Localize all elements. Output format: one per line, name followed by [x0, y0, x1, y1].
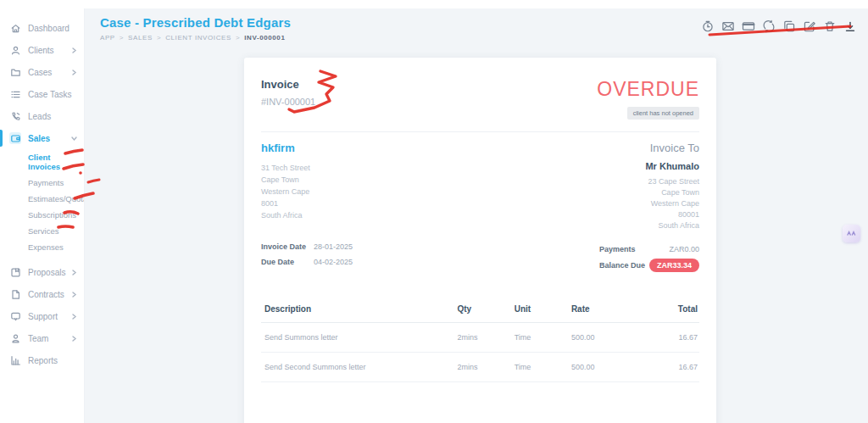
table-row[interactable]: Send Second Summons letter 2mins Time 50… [261, 353, 699, 382]
sidebar-subitem-client-invoices[interactable]: Client Invoices [0, 149, 75, 175]
breadcrumb-separator: > [157, 34, 161, 42]
firm-block: hkfirm 31 Tech Street Cape Town Western … [261, 142, 310, 231]
cell-rate: 500.00 [568, 353, 629, 382]
breadcrumb-current: INV-000001 [244, 34, 285, 42]
sidebar-item-reports[interactable]: Reports [0, 349, 84, 371]
breadcrumb-client-invoices[interactable]: CLIENT INVOICES [165, 34, 231, 42]
top-strip [0, 0, 868, 8]
sidebar-subitem-subscriptions[interactable]: Subscriptions [0, 207, 84, 223]
invoice-number: #INV-000001 [261, 97, 315, 107]
download-button[interactable] [843, 19, 858, 34]
sidebar-subitem-services[interactable]: Services [0, 223, 84, 239]
trash-icon [823, 19, 837, 33]
person-icon [9, 332, 21, 344]
invoice-meta: Invoice Date 28-01-2025 Due Date 04-02-2… [261, 242, 699, 272]
sidebar-item-label: Support [28, 312, 58, 321]
copy-button[interactable] [782, 19, 797, 34]
cell-total: 16.67 [629, 353, 699, 382]
sidebar-item-leads[interactable]: Leads [0, 105, 84, 127]
client-name: Mr Khumalo [645, 161, 699, 171]
breadcrumb-separator: > [120, 34, 124, 42]
sidebar: Dashboard Clients Cases Case Tasks Leads… [0, 8, 85, 423]
delete-button[interactable] [822, 19, 837, 34]
sidebar-item-label: Cases [28, 68, 52, 77]
sidebar-item-proposals[interactable]: Proposals [0, 261, 84, 283]
breadcrumb-sales[interactable]: SALES [128, 34, 153, 42]
cell-unit: Time [511, 323, 568, 353]
client-address-line: 80001 [645, 209, 699, 220]
sidebar-item-team[interactable]: Team [0, 327, 84, 349]
firm-address-line: Cape Town [261, 174, 310, 186]
firm-name[interactable]: hkfirm [261, 142, 310, 154]
download-icon [843, 19, 857, 33]
invoice-title: Invoice [261, 78, 315, 91]
col-qty: Qty [453, 298, 510, 323]
chat-bubble-icon [9, 310, 21, 322]
payments-label: Payments [599, 245, 636, 253]
table-row[interactable]: Send Summons letter 2mins Time 500.00 16… [261, 323, 699, 353]
firm-address-line: 8001 [261, 198, 310, 209]
sidebar-item-clients[interactable]: Clients [0, 39, 84, 61]
table-header-row: Description Qty Unit Rate Total [261, 298, 699, 323]
home-icon [9, 22, 21, 34]
copy-icon [782, 19, 796, 33]
line-items-table: Description Qty Unit Rate Total Send Sum… [261, 298, 699, 382]
client-address-line: 23 Cape Street [645, 176, 699, 187]
balance-due-badge: ZAR33.34 [649, 259, 699, 272]
timer-button[interactable] [700, 19, 715, 34]
cell-description: Send Second Summons letter [261, 353, 453, 382]
sidebar-item-sales[interactable]: Sales [0, 127, 84, 149]
cell-rate: 500.00 [568, 323, 629, 353]
user-icon [9, 44, 21, 56]
chevron-right-icon [71, 47, 77, 53]
edit-button[interactable] [802, 19, 817, 34]
sidebar-subitem-estimates-quotations[interactable]: Estimates/Quotatio [0, 191, 84, 207]
main-content: Case - Prescribed Debt Edgars APP > SALE… [85, 8, 868, 423]
client-address-line: Cape Town [645, 187, 699, 198]
floating-assistant-widget[interactable] [843, 225, 860, 242]
edit-icon [803, 19, 816, 33]
payment-card-icon [742, 19, 755, 33]
cell-description: Send Summons letter [261, 323, 453, 353]
sidebar-item-label: Contracts [28, 290, 64, 299]
sidebar-item-label: Reports [28, 356, 58, 365]
payments-block: Payments ZAR0.00 Balance Due ZAR33.34 [599, 242, 699, 272]
invoice-date-label: Invoice Date [261, 242, 314, 251]
sidebar-item-contracts[interactable]: Contracts [0, 283, 84, 305]
sidebar-subitem-payments[interactable]: Payments [0, 175, 84, 191]
sidebar-item-label: Clients [28, 46, 54, 55]
wallet-icon [9, 132, 21, 144]
breadcrumb-app[interactable]: APP [100, 34, 115, 42]
sidebar-item-dashboard[interactable]: Dashboard [0, 17, 84, 39]
sidebar-item-label: Proposals [28, 268, 65, 277]
cell-unit: Time [511, 353, 568, 382]
bar-chart-icon [9, 354, 21, 366]
refresh-icon [762, 19, 776, 33]
client-address: 23 Cape Street Cape Town Western Cape 80… [645, 176, 699, 231]
sidebar-item-case-tasks[interactable]: Case Tasks [0, 83, 84, 105]
balance-due-label: Balance Due [599, 261, 645, 270]
client-address-line: South Africa [645, 220, 699, 231]
payment-button[interactable] [741, 19, 756, 34]
invoice-parties: hkfirm 31 Tech Street Cape Town Western … [261, 142, 699, 231]
due-date-value: 04-02-2025 [314, 258, 353, 266]
proposal-icon [9, 266, 21, 278]
invoice-to-label: Invoice To [645, 142, 699, 154]
sidebar-item-label: Sales [28, 134, 50, 143]
sidebar-item-cases[interactable]: Cases [0, 61, 84, 83]
firm-address-line: Western Cape [261, 186, 310, 198]
chevron-right-icon [71, 270, 77, 276]
sidebar-item-label: Case Tasks [28, 90, 72, 99]
invoice-date-value: 28-01-2025 [314, 242, 353, 251]
folder-icon [9, 66, 21, 78]
client-address-line: Western Cape [645, 198, 699, 209]
recurring-button[interactable] [761, 19, 776, 34]
col-description: Description [261, 298, 453, 323]
cell-qty: 2mins [453, 353, 510, 382]
sidebar-subitem-expenses[interactable]: Expenses [0, 239, 84, 255]
firm-address-line: South Africa [261, 209, 310, 221]
send-email-button[interactable] [721, 19, 736, 34]
sidebar-item-label: Team [28, 334, 48, 343]
col-total: Total [629, 298, 699, 323]
sidebar-item-support[interactable]: Support [0, 305, 84, 327]
